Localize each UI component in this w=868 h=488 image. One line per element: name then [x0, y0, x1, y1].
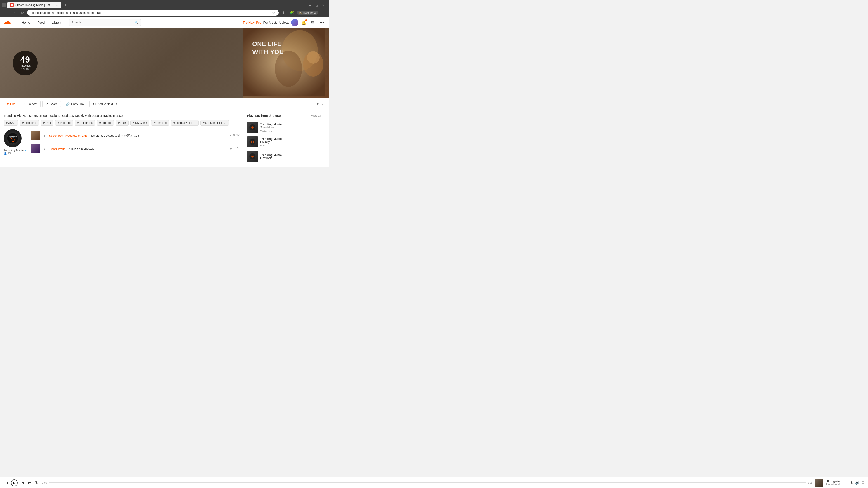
tag-alternative-hip[interactable]: # Alternative Hip ... [171, 120, 199, 126]
playlist-likes: ♥ 36 [260, 144, 265, 147]
album-art: ONE LIFE WITH YOU [243, 28, 329, 98]
tag-asse[interactable]: # ASSE [4, 120, 18, 126]
playlist-sub: Electronic [260, 157, 321, 160]
track-thumbnail [31, 131, 40, 140]
try-next-pro-link[interactable]: Try Next Pro [243, 21, 261, 24]
incognito-icon: 🕵 [299, 11, 302, 14]
download-icon[interactable]: ⬇ [281, 9, 287, 16]
artist-avatar-inner: TRENDING MUSIC [5, 130, 21, 146]
track-artist-name: Secret boy (@secretboy_zigo) [49, 134, 88, 137]
artist-name-row: Trending Music ✓ [4, 148, 27, 152]
tracks-count: 49 [20, 55, 30, 64]
extensions-icon[interactable]: 🧩 [289, 9, 295, 16]
tag-hip-hop[interactable]: # Hip Hop [97, 120, 114, 126]
tag-old-school-hip[interactable]: # Old School Hip ... [200, 120, 229, 126]
playlist-info: Trending Music Electronic [260, 153, 321, 160]
tracks-duration: 53:40 [22, 68, 29, 71]
tracks-label: TRACKS [19, 64, 31, 67]
nav-library[interactable]: Library [48, 17, 65, 28]
nav-home[interactable]: Home [18, 17, 34, 28]
upload-link[interactable]: Upload [279, 21, 289, 24]
tags-container: # ASSE # Electronic # Trap # Pop Rap # T… [4, 120, 240, 126]
link-icon: 🔗 [66, 102, 70, 106]
play-icon: ▶ [230, 134, 232, 137]
tag-top-tracks[interactable]: # Top Tracks [75, 120, 95, 126]
maximize-button[interactable]: □ [315, 4, 318, 6]
track-item[interactable]: 1 Secret boy (@secretboy_zigo) - It's ok… [31, 129, 240, 142]
search-input[interactable] [72, 21, 134, 24]
heart-icon: ♥ [7, 102, 9, 106]
repost-button[interactable]: ↻ Repost [21, 101, 41, 107]
svg-point-6 [307, 51, 320, 64]
track-separator: - [89, 134, 91, 137]
tab-close-button[interactable]: × [55, 3, 59, 7]
playlist-item[interactable]: Trending Music Soundcloud ♥ 111 ↻ 3 [247, 120, 321, 135]
search-field[interactable]: 🔍 [69, 19, 141, 26]
like-button[interactable]: ♥ Like [4, 101, 19, 107]
minimize-button[interactable]: ─ [309, 4, 312, 6]
share-button[interactable]: ↗ Share [42, 101, 61, 107]
svg-point-7 [7, 133, 18, 144]
play-count: 28.3K [232, 134, 240, 137]
notification-bell[interactable]: 🔔 [300, 19, 307, 26]
view-all-link[interactable]: View all [311, 114, 321, 117]
track-item[interactable]: 2 YUNGTARR - Pink Rick & Lifestyle ▶ 4,1… [31, 142, 240, 155]
playlist-item[interactable]: Trending Music Country ♥ 36 [247, 135, 321, 149]
track-number: 2 [42, 147, 46, 150]
menu-button[interactable]: ⋮ [320, 9, 327, 16]
verified-icon: ✓ [24, 148, 27, 152]
album-art-overlay: ONE LIFE WITH YOU [243, 28, 329, 98]
nav-feed[interactable]: Feed [34, 17, 48, 28]
queue-add-icon: ≡+ [93, 102, 96, 106]
add-to-next-up-label: Add to Next up [97, 102, 117, 106]
forward-button[interactable]: → [11, 9, 17, 16]
share-label: Share [50, 102, 58, 106]
track-plays: ▶ 28.3K [230, 134, 240, 137]
address-icons: ☆ [272, 11, 275, 14]
add-to-next-up-button[interactable]: ≡+ Add to Next up [89, 101, 120, 107]
new-tab-button[interactable]: + [62, 2, 69, 8]
tag-electronic[interactable]: # Electronic [20, 120, 39, 126]
browser-actions: ⬇ 🧩 🕵 Incognito (2) ⋮ [281, 9, 327, 16]
messages-icon[interactable]: ✉ [309, 19, 316, 26]
artist-name[interactable]: Trending Music [4, 149, 24, 152]
bookmark-icon[interactable]: ☆ [272, 11, 275, 14]
playlist-item[interactable]: Trending Music Electronic [247, 149, 321, 164]
tab-title: Stream Trending Music | Listen... [16, 3, 53, 6]
incognito-button[interactable]: 🕵 Incognito (2) [297, 11, 318, 15]
tab-group-indicator[interactable]: ▼ [2, 3, 6, 7]
soundcloud-nav: Home Feed Library 🔍 Try Next Pro For Art… [0, 17, 329, 28]
hero-section: ONE LIFE WITH YOU 49 TRACKS 53:40 [0, 28, 329, 98]
url-text: soundcloud.com/trending-music-asse/sets/… [31, 11, 272, 14]
like-count-display: ♥ 146 [317, 102, 326, 106]
address-field[interactable]: soundcloud.com/trending-music-asse/sets/… [27, 10, 279, 15]
back-button[interactable]: ← [3, 9, 9, 16]
refresh-button[interactable]: ↻ [19, 9, 25, 16]
tag-pop-rap[interactable]: # Pop Rap [55, 120, 73, 126]
playlist-name: Trending Music [260, 123, 321, 126]
tag-uk-grime[interactable]: # UK Grime [130, 120, 150, 126]
close-window-button[interactable]: ✕ [322, 4, 324, 6]
playlist-thumbnail [247, 151, 258, 162]
track-title: Secret boy (@secretboy_zigo) - It's ok F… [49, 133, 227, 138]
track-song-title: Pink Rick & Lifestyle [68, 147, 94, 150]
soundcloud-logo[interactable] [4, 20, 13, 26]
follower-number: 154 [8, 152, 12, 155]
playlist-stats: ♥ 111 ↻ 3 [260, 129, 321, 132]
search-container: 🔍 [69, 19, 141, 26]
play-icon: ▶ [230, 147, 232, 150]
active-tab[interactable]: Stream Trending Music | Listen... × [7, 2, 61, 8]
more-menu-button[interactable]: ••• [318, 19, 326, 26]
tag-trap[interactable]: # Trap [41, 120, 53, 126]
share-icon: ↗ [46, 102, 49, 106]
tag-trending[interactable]: # Trending [151, 120, 169, 126]
for-artists-link[interactable]: For Artists [264, 21, 278, 24]
copy-link-button[interactable]: 🔗 Copy Link [63, 101, 88, 107]
artist-avatar[interactable]: TRENDING MUSIC [4, 129, 22, 147]
browser-chrome: ▼ Stream Trending Music | Listen... × + … [0, 0, 329, 17]
tracks-badge: 49 TRACKS 53:40 [13, 51, 37, 75]
tag-rnb[interactable]: # R&B [116, 120, 129, 126]
user-avatar[interactable] [291, 19, 298, 26]
svg-point-2 [275, 51, 302, 87]
tab-favicon [10, 3, 13, 7]
